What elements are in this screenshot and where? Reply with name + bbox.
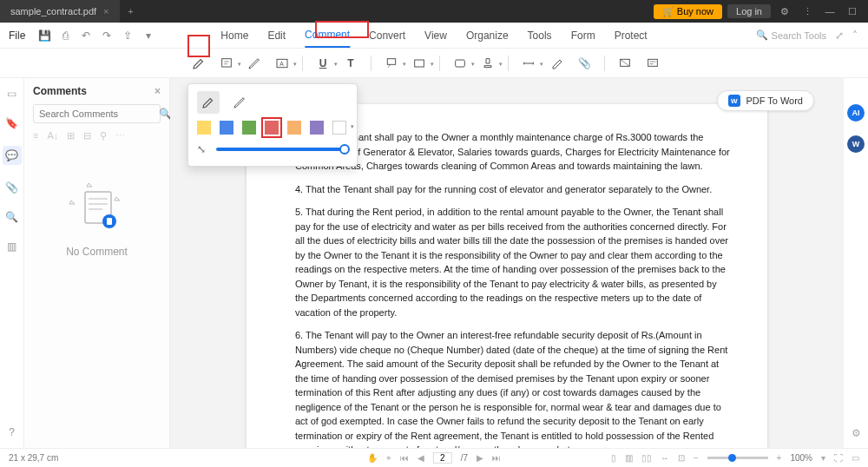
underline-tool-icon[interactable]: U xyxy=(315,56,331,71)
properties-icon[interactable]: ⚙ xyxy=(852,427,861,439)
sort-az-icon[interactable]: A↓ xyxy=(47,130,58,141)
fit-page-icon[interactable]: ⊡ xyxy=(678,453,685,463)
buy-now-button[interactable]: 🛒 Buy now xyxy=(654,4,722,19)
last-page-icon[interactable]: ⏭ xyxy=(492,453,501,463)
tab-organize[interactable]: Organize xyxy=(466,24,509,47)
expand-up-icon[interactable]: ⤢ xyxy=(835,30,844,42)
window-minimize-icon[interactable]: — xyxy=(821,6,838,16)
color-swatch-green[interactable] xyxy=(242,121,256,135)
text-box-tool-icon[interactable]: A xyxy=(274,56,290,71)
close-tab-icon[interactable]: × xyxy=(103,6,108,16)
pdf-to-word-button[interactable]: W PDF To Word xyxy=(717,90,814,111)
text-tool-icon[interactable]: T xyxy=(343,56,358,71)
zoom-in-icon[interactable]: + xyxy=(777,453,782,463)
zoom-dropdown-icon[interactable]: ▾ xyxy=(821,453,825,463)
tab-edit[interactable]: Edit xyxy=(267,24,286,47)
collapse-icon[interactable]: ⊟ xyxy=(83,130,91,141)
share-icon[interactable]: ⇪ xyxy=(121,29,135,43)
pencil-tool-icon[interactable] xyxy=(247,56,262,71)
comments-search-input[interactable] xyxy=(39,109,159,119)
help-icon[interactable]: ? xyxy=(5,425,19,439)
single-page-view-icon[interactable]: ▯ xyxy=(611,453,616,463)
opacity-slider-thumb[interactable] xyxy=(339,144,350,155)
main-area: ▭ 🔖 💬 📎 🔍 ▥ ? Comments × 🔍 ≡ A↓ ⊞ ⊟ ⚲ ⋯ xyxy=(0,78,868,448)
undo-icon[interactable]: ↶ xyxy=(79,29,93,43)
attachments-rail-icon[interactable]: 📎 xyxy=(5,181,19,194)
page-number-input[interactable] xyxy=(433,452,452,464)
select-tool-icon[interactable]: ⌖ xyxy=(386,453,391,464)
comments-list-icon[interactable] xyxy=(645,56,661,71)
close-comments-icon[interactable]: × xyxy=(155,85,161,97)
tab-home[interactable]: Home xyxy=(220,24,248,47)
comment-toolbar: A U T 📎 xyxy=(0,49,868,78)
thumbnails-icon[interactable]: ▭ xyxy=(5,87,19,101)
ai-badge-icon[interactable]: AI xyxy=(847,104,865,122)
save-icon[interactable]: 💾 xyxy=(37,29,51,43)
word-badge-icon[interactable]: W xyxy=(847,135,865,153)
window-maximize-icon[interactable]: ☐ xyxy=(844,6,861,17)
hand-tool-icon[interactable]: ✋ xyxy=(367,453,378,463)
eraser-tool-icon[interactable] xyxy=(549,56,564,71)
login-button[interactable]: Log in xyxy=(727,4,771,18)
document-tab[interactable]: sample_contract.pdf × xyxy=(0,0,120,23)
color-more-icon[interactable] xyxy=(332,121,346,135)
highlighter-tool-icon[interactable] xyxy=(191,56,207,71)
opacity-slider[interactable] xyxy=(216,148,348,151)
fullscreen-icon[interactable]: ⛶ xyxy=(834,453,843,463)
zoom-out-icon[interactable]: − xyxy=(694,453,699,463)
filter2-icon[interactable]: ⚲ xyxy=(100,130,107,141)
highlighter-pen-icon[interactable] xyxy=(228,91,251,114)
measure-tool-icon[interactable] xyxy=(521,56,536,71)
tab-convert[interactable]: Convert xyxy=(369,24,405,47)
read-mode-icon[interactable]: ▭ xyxy=(852,453,859,463)
zoom-slider-thumb[interactable] xyxy=(728,454,736,462)
color-swatch-orange[interactable] xyxy=(287,121,301,135)
search-tools-input[interactable]: 🔍 Search Tools xyxy=(756,30,826,41)
textbox2-tool-icon[interactable] xyxy=(411,56,427,71)
continuous-view-icon[interactable]: ▥ xyxy=(625,453,633,463)
fit-width-icon[interactable]: ↔ xyxy=(661,453,669,463)
window-settings-icon[interactable]: ⚙ xyxy=(776,6,793,17)
svg-text:A: A xyxy=(279,60,284,66)
next-page-icon[interactable]: ▶ xyxy=(477,453,483,463)
new-tab-button[interactable]: + xyxy=(120,6,142,16)
qat-dropdown-icon[interactable]: ▾ xyxy=(141,29,155,43)
color-swatch-blue[interactable] xyxy=(220,121,233,135)
zoom-slider[interactable] xyxy=(707,457,768,459)
expand-icon[interactable]: ⊞ xyxy=(67,130,75,141)
color-swatch-red[interactable] xyxy=(265,121,279,135)
note-tool-icon[interactable] xyxy=(219,56,234,71)
color-swatch-yellow[interactable] xyxy=(197,121,211,135)
tab-form[interactable]: Form xyxy=(571,24,595,47)
rectangle-shape-icon[interactable] xyxy=(452,56,468,71)
tab-view[interactable]: View xyxy=(424,24,447,47)
more-icon[interactable]: ⋯ xyxy=(115,130,125,141)
tab-tools[interactable]: Tools xyxy=(528,24,552,47)
color-swatch-purple[interactable] xyxy=(310,121,324,135)
hide-comments-icon[interactable] xyxy=(617,56,633,71)
file-menu[interactable]: File xyxy=(0,30,34,42)
bookmarks-icon[interactable]: 🔖 xyxy=(5,116,19,130)
collapse-ribbon-icon[interactable]: ˄ xyxy=(852,30,858,42)
highlighter-marker-icon[interactable] xyxy=(197,91,220,114)
menubar: File 💾 ⎙ ↶ ↷ ⇪ ▾ Home Edit Comment Conve… xyxy=(0,23,868,49)
two-page-view-icon[interactable]: ▯▯ xyxy=(641,453,652,463)
svg-rect-0 xyxy=(222,58,232,66)
attachment-tool-icon[interactable]: 📎 xyxy=(576,56,592,71)
tab-comment[interactable]: Comment xyxy=(305,23,350,48)
prev-page-icon[interactable]: ◀ xyxy=(418,453,424,463)
print-icon[interactable]: ⎙ xyxy=(58,29,72,43)
redo-icon[interactable]: ↷ xyxy=(100,29,114,43)
comments-rail-icon[interactable]: 💬 xyxy=(3,146,22,165)
filter-icon[interactable]: ≡ xyxy=(33,130,38,141)
fields-rail-icon[interactable]: ▥ xyxy=(5,240,19,253)
statusbar: 21 x 29,7 cm ✋ ⌖ ⏮ ◀ /7 ▶ ⏭ ▯ ▥ ▯▯ ↔ ⊡ −… xyxy=(0,448,868,467)
callout-tool-icon[interactable] xyxy=(384,56,399,71)
stamp-tool-icon[interactable] xyxy=(480,56,496,71)
search-rail-icon[interactable]: 🔍 xyxy=(5,210,19,224)
toolbar-separator xyxy=(302,56,303,71)
window-more-icon[interactable]: ⋮ xyxy=(799,6,816,17)
tab-protect[interactable]: Protect xyxy=(615,24,648,47)
first-page-icon[interactable]: ⏮ xyxy=(400,453,409,463)
comments-search[interactable]: 🔍 xyxy=(33,104,161,123)
